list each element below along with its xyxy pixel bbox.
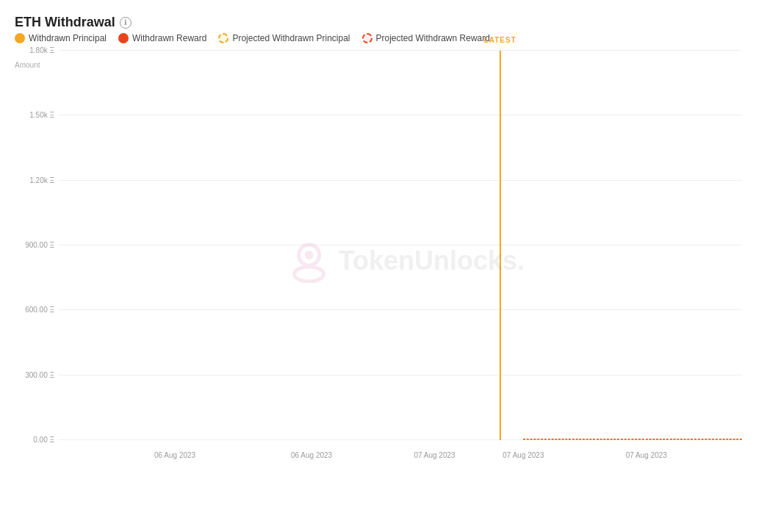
x-axis-label: 07 Aug 2023 (502, 451, 544, 459)
x-axis-label: 07 Aug 2023 (414, 451, 455, 459)
info-icon[interactable]: ℹ (120, 17, 131, 29)
grid-label: 1.80k Ξ (29, 46, 59, 54)
chart-container: ETH Withdrawal ℹ Withdrawn Principal Wit… (0, 0, 764, 532)
x-axis: 06 Aug 202306 Aug 202307 Aug 202307 Aug … (59, 440, 742, 462)
grid-label: 1.50k Ξ (29, 111, 59, 119)
legend-item-withdrawn-reward: Withdrawn Reward (118, 33, 206, 43)
grid-label: 1.20k Ξ (29, 176, 59, 184)
legend-item-projected-reward: Projected Withdrawn Reward (362, 33, 490, 43)
x-axis-label: 06 Aug 2023 (154, 451, 195, 459)
legend-item-projected-principal: Projected Withdrawn Principal (218, 33, 350, 43)
x-axis-label: 07 Aug 2023 (626, 451, 667, 459)
legend-dot-projected-principal (218, 33, 228, 43)
legend-label-withdrawn-principal: Withdrawn Principal (29, 33, 107, 43)
legend-dot-withdrawn-reward (118, 33, 129, 43)
legend-dot-projected-reward (362, 33, 372, 43)
legend-item-withdrawn-principal: Withdrawn Principal (15, 33, 107, 43)
legend-label-projected-reward: Projected Withdrawn Reward (376, 33, 490, 43)
grid-label: 300.00 Ξ (25, 370, 59, 378)
chart-title: ETH Withdrawal (15, 15, 115, 30)
grid-label: 0.00 Ξ (33, 436, 59, 444)
grid-label: 600.00 Ξ (25, 306, 59, 314)
y-axis-label: Amount (15, 61, 40, 69)
chart-area: Amount 0.00 Ξ300.00 Ξ600.00 Ξ900.00 Ξ1.2… (15, 51, 749, 462)
legend-label-withdrawn-reward: Withdrawn Reward (132, 33, 206, 43)
legend: Withdrawn Principal Withdrawn Reward Pro… (15, 33, 749, 43)
legend-dot-withdrawn-principal (15, 33, 25, 43)
grid-label: 900.00 Ξ (25, 241, 59, 249)
bars-area (59, 51, 742, 440)
legend-label-projected-principal: Projected Withdrawn Principal (232, 33, 350, 43)
x-axis-label: 06 Aug 2023 (291, 451, 332, 459)
latest-label: LATEST (484, 36, 516, 44)
